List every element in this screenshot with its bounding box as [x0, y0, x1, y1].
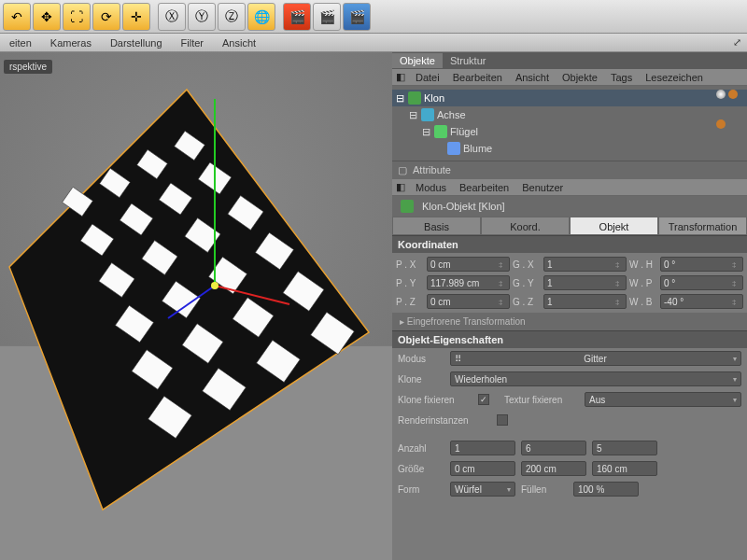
- frozen-transformation[interactable]: ▸ Eingefrorene Transformation: [392, 313, 747, 330]
- svg-point-28: [211, 282, 218, 289]
- input-pz[interactable]: 0 cm‡: [427, 294, 510, 309]
- tree-item-achse[interactable]: ⊟ Achse: [392, 106, 747, 123]
- tab-objekt[interactable]: Objekt: [570, 217, 658, 235]
- menu-darstellung[interactable]: Darstellung: [101, 37, 172, 49]
- om-menu-datei[interactable]: Datei: [409, 72, 446, 83]
- viewport-expand-icon[interactable]: ⤢: [724, 36, 747, 49]
- om-menu-bearbeiten[interactable]: Bearbeiten: [446, 72, 509, 83]
- input-px[interactable]: 0 cm‡: [427, 257, 510, 272]
- move-button[interactable]: ✥: [33, 3, 61, 31]
- input-gy[interactable]: 1‡: [543, 275, 627, 290]
- om-menu-tags[interactable]: Tags: [604, 72, 639, 83]
- tree-item-blume[interactable]: Blume: [392, 140, 747, 157]
- viewport-geometry: [0, 52, 392, 556]
- object-manager-menu: ◧ Datei Bearbeiten Ansicht Objekte Tags …: [392, 69, 747, 86]
- recent-button[interactable]: ✛: [122, 3, 150, 31]
- input-py[interactable]: 117.989 cm‡: [427, 275, 510, 290]
- spline-icon: [447, 142, 460, 155]
- attribute-tabs: Basis Koord. Objekt Transformation: [392, 217, 747, 235]
- menu-eiten[interactable]: eiten: [0, 37, 41, 49]
- attr-menu-modus[interactable]: Modus: [409, 182, 453, 193]
- render-region-button[interactable]: 🎬: [283, 3, 311, 31]
- main-toolbar: ↶ ✥ ⛶ ⟳ ✛ Ⓧ Ⓨ Ⓩ 🌐 🎬 🎬 🎬: [0, 0, 747, 34]
- dropdown-klone[interactable]: Wiederholen: [450, 371, 741, 386]
- input-gx[interactable]: 1‡: [543, 257, 627, 272]
- om-menu-lesezeichen[interactable]: Lesezeichen: [639, 72, 710, 83]
- render-settings-button[interactable]: 🎬: [343, 3, 371, 31]
- input-wb[interactable]: -40 °‡: [660, 294, 743, 309]
- cloner-icon: [408, 91, 421, 105]
- input-groesse-y[interactable]: 200 cm: [521, 461, 586, 476]
- om-menu-objekte[interactable]: Objekte: [556, 72, 604, 83]
- tree-item-klon[interactable]: ⊟ Klon ✓: [392, 90, 747, 106]
- input-groesse-z[interactable]: 160 cm: [592, 461, 657, 476]
- input-anzahl-y[interactable]: 6: [521, 441, 586, 455]
- section-koordinaten: Koordinaten: [392, 235, 747, 253]
- menu-filter[interactable]: Filter: [172, 37, 213, 49]
- undo-button[interactable]: ↶: [3, 3, 31, 31]
- attribute-object-title: Klon-Objekt [Klon]: [392, 196, 747, 217]
- checkbox-renderinstanzen[interactable]: [497, 414, 508, 426]
- attr-menu-bearbeiten[interactable]: Bearbeiten: [453, 182, 515, 193]
- tab-koord[interactable]: Koord.: [481, 217, 570, 235]
- tab-transformation[interactable]: Transformation: [658, 217, 747, 235]
- attribute-menu: ◧ Modus Bearbeiten Benutzer: [392, 179, 747, 196]
- cloner-icon: [401, 200, 414, 213]
- object-manager-tabs: Objekte Struktur: [392, 52, 747, 69]
- input-gz[interactable]: 1‡: [543, 294, 627, 309]
- input-anzahl-x[interactable]: 1: [450, 441, 515, 455]
- world-button[interactable]: 🌐: [247, 3, 275, 31]
- attribute-manager-header: ▢Attribute: [392, 161, 747, 179]
- input-fuellen[interactable]: 100 %: [573, 482, 639, 497]
- tree-item-fluegel[interactable]: ⊟ Flügel: [392, 123, 747, 140]
- menu-kameras[interactable]: Kameras: [41, 37, 101, 49]
- viewport-menubar: eiten Kameras Darstellung Filter Ansicht…: [0, 34, 747, 52]
- object-tree: ⊟ Klon ✓ ⊟ Achse ⊟ Flügel Blume: [392, 86, 747, 161]
- polygon-icon: [434, 125, 447, 138]
- axis-z-button[interactable]: Ⓩ: [218, 3, 246, 31]
- checkbox-klone-fixieren[interactable]: ✓: [478, 394, 489, 405]
- tag-area: [716, 90, 738, 131]
- tab-objekte[interactable]: Objekte: [392, 53, 443, 68]
- dropdown-modus[interactable]: ⠿ Gitter: [450, 351, 741, 366]
- axis-x-button[interactable]: Ⓧ: [158, 3, 186, 31]
- input-wh[interactable]: 0 °‡: [660, 257, 743, 272]
- render-button[interactable]: 🎬: [313, 3, 341, 31]
- scale-button[interactable]: ⛶: [63, 3, 91, 31]
- input-groesse-x[interactable]: 0 cm: [450, 461, 515, 476]
- dropdown-form[interactable]: Würfel: [450, 482, 515, 497]
- right-panel: Objekte Struktur ◧ Datei Bearbeiten Ansi…: [392, 52, 747, 560]
- input-wp[interactable]: 0 °‡: [660, 275, 743, 290]
- tab-struktur[interactable]: Struktur: [443, 53, 494, 68]
- rotate-button[interactable]: ⟳: [92, 3, 120, 31]
- viewport-3d[interactable]: rspektive: [0, 52, 392, 560]
- tab-basis[interactable]: Basis: [392, 217, 481, 235]
- null-icon: [421, 108, 434, 121]
- section-objekteigenschaften: Objekt-Eigenschaften: [392, 330, 747, 348]
- input-anzahl-z[interactable]: 5: [592, 441, 657, 455]
- attr-menu-benutzer[interactable]: Benutzer: [515, 182, 570, 193]
- menu-ansicht[interactable]: Ansicht: [213, 37, 265, 49]
- dropdown-textur-fixieren[interactable]: Aus: [585, 392, 741, 407]
- axis-y-button[interactable]: Ⓨ: [188, 3, 216, 31]
- om-menu-ansicht[interactable]: Ansicht: [509, 72, 556, 83]
